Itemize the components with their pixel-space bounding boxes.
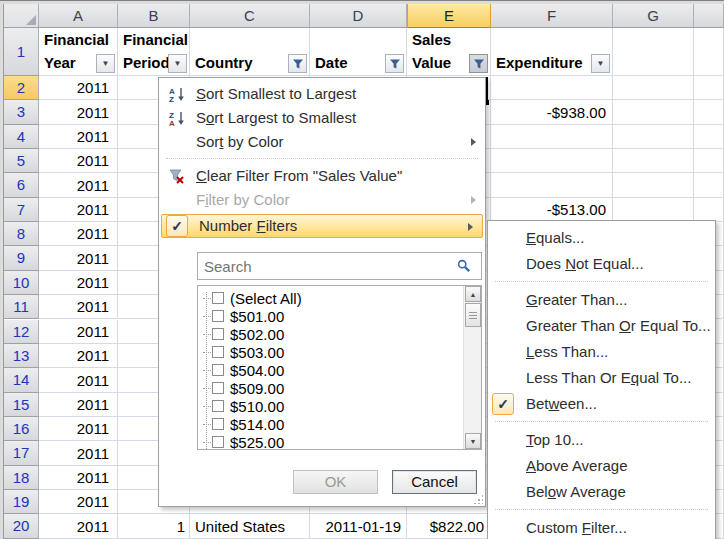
menu-item-sort-largest-to-smallest[interactable]: ZASort Largest to Smallest (159, 106, 485, 130)
row-header-14[interactable]: 14 (4, 368, 39, 392)
grid-cell[interactable] (694, 100, 724, 124)
checkbox[interactable] (212, 364, 224, 376)
list-item-503-00[interactable]: $503.00 (198, 343, 463, 361)
cell-C1[interactable]: Country (190, 28, 310, 76)
cell-B20[interactable]: 1 (118, 514, 190, 538)
grid-cell[interactable] (694, 76, 724, 100)
cell-A7[interactable]: 2011 (39, 198, 118, 222)
grid-cell[interactable] (694, 198, 724, 222)
list-item-509-00[interactable]: $509.00 (198, 379, 463, 397)
row-header-2[interactable]: 2 (4, 76, 39, 100)
row-header-15[interactable]: 15 (4, 393, 39, 417)
cell-F1[interactable]: Expenditure▼ (491, 28, 613, 76)
grid-cell[interactable] (613, 125, 694, 149)
cell-A6[interactable]: 2011 (39, 173, 118, 197)
cell-A9[interactable]: 2011 (39, 246, 118, 270)
row-header-16[interactable]: 16 (4, 417, 39, 441)
column-header-D[interactable]: D (310, 4, 407, 28)
cell-A20[interactable]: 2011 (39, 514, 118, 538)
filter-button-A[interactable]: ▼ (96, 54, 115, 73)
menu-item-sort-smallest-to-largest[interactable]: AZSort Smallest to Largest (159, 82, 485, 106)
cell-A2[interactable]: 2011 (39, 76, 118, 100)
column-header-G[interactable]: G (613, 4, 694, 28)
cell-F7[interactable]: -$513.00 (491, 198, 613, 222)
column-header-F[interactable]: F (491, 4, 613, 28)
cell-A17[interactable]: 2011 (39, 441, 118, 465)
grid-cell[interactable] (613, 198, 694, 222)
row-header-10[interactable]: 10 (4, 271, 39, 295)
scrollbar-up-button[interactable]: ▲ (465, 286, 481, 302)
grid-cell[interactable] (694, 125, 724, 149)
submenu-item-custom-filter[interactable]: Custom Filter... (488, 515, 715, 539)
cell-A8[interactable]: 2011 (39, 222, 118, 246)
cell-D1[interactable]: Date (310, 28, 407, 76)
checkbox[interactable] (212, 418, 224, 430)
list-item-502-00[interactable]: $502.00 (198, 325, 463, 343)
cell-A14[interactable]: 2011 (39, 368, 118, 392)
select-all-corner[interactable] (4, 4, 39, 28)
cell-E1[interactable]: SalesValue (407, 28, 491, 76)
submenu-item-top-10[interactable]: Top 10... (488, 427, 715, 453)
submenu-item-less-than[interactable]: Less Than... (488, 339, 715, 365)
list-scrollbar[interactable]: ▲ ▼ (463, 286, 481, 449)
cell-A3[interactable]: 2011 (39, 100, 118, 124)
cell-A11[interactable]: 2011 (39, 295, 118, 319)
row-header-13[interactable]: 13 (4, 344, 39, 368)
checkbox[interactable] (212, 292, 224, 304)
column-header-E[interactable]: E (407, 4, 491, 28)
resize-grip[interactable] (473, 494, 483, 504)
checkbox[interactable] (212, 346, 224, 358)
cell-E20[interactable]: $822.00 (407, 514, 491, 538)
grid-cell[interactable] (694, 149, 724, 173)
column-header-C[interactable]: C (190, 4, 310, 28)
menu-item-number-filters[interactable]: ✓Number Filters (161, 214, 483, 238)
grid-cell[interactable] (491, 149, 613, 173)
column-header-A[interactable]: A (39, 4, 118, 28)
row-header-5[interactable]: 5 (4, 149, 39, 173)
cell-A10[interactable]: 2011 (39, 271, 118, 295)
row-header-4[interactable]: 4 (4, 125, 39, 149)
grid-cell[interactable] (694, 28, 724, 76)
row-header-3[interactable]: 3 (4, 100, 39, 124)
submenu-item-below-average[interactable]: Below Average (488, 479, 715, 505)
filter-button-F[interactable]: ▼ (591, 54, 610, 73)
column-header-B[interactable]: B (118, 4, 190, 28)
row-header-11[interactable]: 11 (4, 295, 39, 319)
list-item-514-00[interactable]: $514.00 (198, 415, 463, 433)
cancel-button[interactable]: Cancel (392, 470, 477, 494)
row-header-1[interactable]: 1 (4, 28, 39, 76)
row-header-20[interactable]: 20 (4, 514, 39, 538)
list-item-525-00[interactable]: $525.00 (198, 433, 463, 450)
cell-A12[interactable]: 2011 (39, 320, 118, 344)
search-input[interactable] (197, 252, 482, 280)
cell-C20[interactable]: United States (190, 514, 310, 538)
list-item-504-00[interactable]: $504.00 (198, 361, 463, 379)
cell-A15[interactable]: 2011 (39, 393, 118, 417)
list-item-select-all[interactable]: (Select All) (198, 289, 463, 307)
cell-A16[interactable]: 2011 (39, 417, 118, 441)
menu-item-clear-filter-from-sales-value[interactable]: Clear Filter From "Sales Value" (159, 164, 485, 188)
cell-A1[interactable]: FinancialYear▼ (39, 28, 118, 76)
cell-F3[interactable]: -$938.00 (491, 100, 613, 124)
row-header-6[interactable]: 6 (4, 173, 39, 197)
row-header-7[interactable]: 7 (4, 198, 39, 222)
submenu-item-does-not-equal[interactable]: Does Not Equal... (488, 251, 715, 277)
cell-D20[interactable]: 2011-01-19 (310, 514, 407, 538)
grid-cell[interactable] (491, 76, 613, 100)
filter-button-C-filtered[interactable] (288, 54, 307, 73)
submenu-item-less-than-or-equal-to[interactable]: Less Than Or Equal To... (488, 365, 715, 391)
filter-button-D-filtered[interactable] (385, 54, 404, 73)
checkbox[interactable] (212, 310, 224, 322)
menu-item-filter-by-color[interactable]: Filter by Color (159, 188, 485, 212)
scrollbar-thumb[interactable] (465, 303, 481, 327)
grid-cell[interactable] (613, 76, 694, 100)
cell-A18[interactable]: 2011 (39, 466, 118, 490)
checkbox[interactable] (212, 382, 224, 394)
submenu-item-between[interactable]: ✓Between... (488, 391, 715, 417)
submenu-item-greater-than[interactable]: Greater Than... (488, 287, 715, 313)
grid-cell[interactable] (613, 149, 694, 173)
cell-A19[interactable]: 2011 (39, 490, 118, 514)
grid-cell[interactable] (613, 173, 694, 197)
row-header-8[interactable]: 8 (4, 222, 39, 246)
menu-item-sort-by-color[interactable]: Sort by Color (159, 130, 485, 154)
